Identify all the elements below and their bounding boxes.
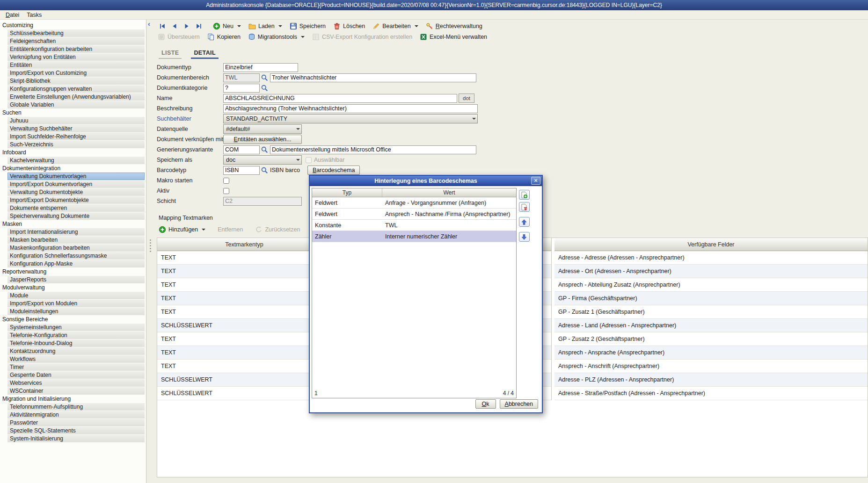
move-up-button[interactable] [519,217,530,227]
sidebar-item[interactable]: Skript-Bibliothek [7,77,145,85]
table-row[interactable]: Zähler Interner numerischer Zähler [312,231,516,242]
beschreibung-input[interactable] [223,104,478,113]
aktiv-checkbox[interactable] [223,188,229,194]
sidebar-item[interactable]: Webservices [7,379,145,387]
bearbeiten-button[interactable]: Bearbeiten [372,22,418,30]
nav-last-button[interactable] [194,22,204,30]
dokumenttyp-input[interactable] [223,63,298,72]
chevron-down-icon[interactable] [278,25,282,27]
tab-liste[interactable]: LISTE [159,49,182,59]
table-row[interactable]: Adresse - Land (Adressen - Ansprechpartn… [554,319,868,332]
sidebar-item[interactable]: Systemeinstellungen [7,324,145,331]
sidebar-section-header[interactable]: Reportverwaltung [0,268,146,275]
generierungsvariante-text-input[interactable] [270,145,476,154]
table-row[interactable]: Adresse - Straße/Postfach (Adressen - An… [554,387,868,400]
sidebar-item[interactable]: Aktivitätenmigration [7,411,145,418]
table-row[interactable]: Ansprech - Anschrift (Ansprechpartner) [554,360,868,373]
tab-detail[interactable]: DETAIL [191,49,219,59]
sidebar-item[interactable]: Import Suchfelder-Reihenfolge [7,133,145,140]
move-down-button[interactable] [519,232,530,242]
table-row[interactable]: Ansprech - Abteilung Zusatz (Ansprechpar… [554,278,868,292]
sidebar-item[interactable]: Erweiterte Einstellungen (Anwendungsvari… [7,93,145,101]
generierungsvariante-code-input[interactable] [223,145,260,154]
sidebar-item[interactable]: Speicherverwaltung Dokumente [7,212,145,220]
sidebar-item[interactable]: System-Initialisierung [7,435,145,442]
sidebar-item[interactable]: WSContainer [7,387,145,395]
sidebar-collapse-icon[interactable]: ‹ [148,21,150,27]
table-row[interactable]: GP - Zusatz 2 (Geschäftspartner) [554,332,868,346]
sidebar-section-header[interactable]: Sonstige Bereiche [0,316,146,323]
table-row[interactable]: Adresse - Ort (Adressen - Ansprechpartne… [554,265,868,278]
sidebar-item[interactable]: Import/Export Dokumentvorlagen [7,180,145,188]
sidebar-item[interactable]: Workflows [7,355,145,363]
table-row[interactable]: Feldwert Ansprech - Nachname /Firma (Ans… [312,209,516,220]
barcodetyp-lookup-button[interactable] [260,166,269,174]
table-row[interactable]: Konstante TWL [312,220,516,231]
sidebar-item[interactable]: Telefonie-Inbound-Dialog [7,339,145,347]
sidebar-item[interactable]: Verwaltung Dokumentobjekte [7,188,145,196]
sidebar-section-header[interactable]: Dokumentenintegration [0,165,146,172]
rechteverwaltung-button[interactable]: Rechteverwaltung [426,22,482,30]
delete-row-button[interactable] [519,202,530,212]
sidebar-item[interactable]: Timer [7,363,145,371]
sidebar-item[interactable]: Kachelverwaltung [7,157,145,164]
menu-datei[interactable]: Datei [2,11,23,19]
sidebar-item[interactable]: Entitäten [7,61,145,69]
table-row[interactable]: Feldwert Anfrage - Vorgangsnummer (Anfra… [312,197,516,209]
sidebar-item[interactable]: Passwörter [7,419,145,426]
sidebar-section-header[interactable]: Masken [0,220,146,228]
sidebar-item[interactable]: Entitätenkonfiguration bearbeiten [7,45,145,53]
sidebar-section-header[interactable]: Modulverwaltung [0,284,146,291]
chevron-down-icon[interactable] [415,25,418,27]
chevron-down-icon[interactable] [202,229,205,231]
migrationstools-button[interactable]: Migrationstools [248,33,305,41]
chevron-down-icon[interactable] [237,25,241,27]
sidebar-item[interactable]: Verknüpfung von Entitäten [7,53,145,61]
table-row[interactable]: GP - Zusatz 1 (Geschäftspartner) [554,305,868,319]
dokumentenbereich-code-input[interactable] [223,73,260,82]
add-row-button[interactable] [519,190,530,200]
sidebar-item[interactable]: JasperReports [7,276,145,283]
suchbehaelter-select[interactable]: STANDARD_ACTIVITY [223,114,478,123]
sidebar-item[interactable]: Telefonie-Konfiguration [7,332,145,339]
sidebar-item[interactable]: Spezielle SQL-Statements [7,427,145,434]
excel-menu-button[interactable]: Excel-Menü verwalten [420,33,487,41]
sidebar-item[interactable]: Import/Export von Customizing [7,69,145,77]
makro-starten-checkbox[interactable] [223,178,229,184]
speichern-als-select[interactable]: doc [223,155,302,165]
kopieren-button[interactable]: Kopieren [207,33,241,41]
sidebar-item[interactable]: Verwaltung Suchbehälter [7,125,145,132]
sidebar-section-header[interactable]: Suchen [0,109,146,116]
table-row[interactable]: Adresse - PLZ (Adressen - Ansprechpartne… [554,373,868,387]
barcodetyp-code-input[interactable] [223,166,260,175]
sidebar-item[interactable]: Telefonnummern-Aufsplittung [7,403,145,411]
nav-prev-button[interactable] [170,22,179,30]
name-input[interactable] [223,94,457,103]
sidebar-section-header[interactable]: Migration und Initialisierung [0,395,146,403]
sidebar-item[interactable]: Import Internationalisierung [7,228,145,236]
dokumentenbereich-text-input[interactable] [270,73,476,82]
sidebar-item[interactable]: Import/Export Dokumentobjekte [7,196,145,204]
sidebar-item[interactable]: Moduleinstellungen [7,308,145,315]
sidebar-item[interactable]: Dokumente entsperren [7,204,145,212]
sidebar-item[interactable]: Such-Verzeichnis [7,141,145,148]
entitaeten-auswaehlen-button[interactable]: Entitäten auswählen... [223,135,302,144]
nav-first-button[interactable] [158,22,167,30]
speichern-button[interactable]: Speichern [290,22,326,30]
sidebar-item[interactable]: Verwaltung Dokumentvorlagen [7,173,145,180]
table-row[interactable]: Adresse - Adresse (Adressen - Ansprechpa… [554,251,868,265]
table-row[interactable]: GP - Firma (Geschäftspartner) [554,292,868,305]
sidebar-section-header[interactable]: Customizing [0,22,146,29]
nav-next-button[interactable] [182,22,191,30]
ok-button[interactable]: Ok [475,399,496,409]
sidebar-item[interactable]: Konfigurationsgruppen verwalten [7,85,145,93]
sidebar-section-header[interactable]: Infoboard [0,149,146,156]
sidebar-item[interactable]: Import/Export von Modulen [7,300,145,307]
close-icon[interactable]: ✕ [531,177,540,185]
table-row[interactable]: Ansprech - Ansprache (Ansprechpartner) [554,346,868,360]
cancel-button[interactable]: Abbrechen [500,399,538,409]
sidebar-item[interactable]: Module [7,292,145,299]
sidebar-item[interactable]: Maskenkonfiguration bearbeiten [7,244,145,252]
chevron-down-icon[interactable] [301,36,305,38]
sidebar-item[interactable]: Konfiguration App-Maske [7,260,145,267]
